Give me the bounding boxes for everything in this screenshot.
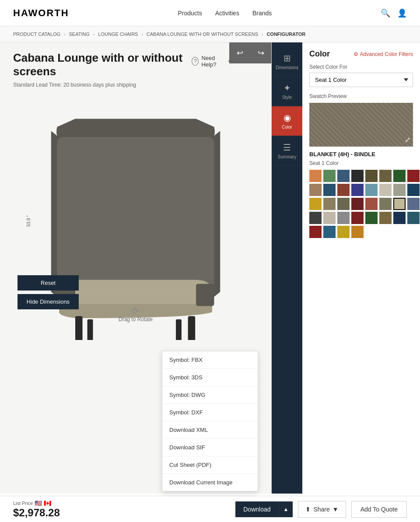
color-icon: ◉ xyxy=(284,112,291,123)
swatch-cell-0[interactable] xyxy=(309,170,322,182)
swatch-preview-label: Swatch Preview xyxy=(309,93,413,99)
add-to-quote-button[interactable]: Add To Quote xyxy=(351,501,407,518)
breadcrumb-cabana[interactable]: CABANA LOUNGE WITH OR WITHOUT SCREENS xyxy=(147,32,258,37)
swatch-cell-19[interactable] xyxy=(351,198,364,210)
nav-brands[interactable]: Brands xyxy=(252,10,272,17)
dropdown-item-7[interactable]: Download Current Image xyxy=(162,474,258,491)
sidebar-nav-style[interactable]: ✦ Style xyxy=(272,77,302,106)
help-icon[interactable]: ? xyxy=(192,57,199,66)
swatch-cell-29[interactable] xyxy=(379,212,392,224)
swatch-cell-13[interactable] xyxy=(379,184,392,196)
sidebar-nav-color[interactable]: ◉ Color xyxy=(272,106,302,136)
redo-button[interactable]: ↪ xyxy=(250,42,271,63)
swatch-cell-17[interactable] xyxy=(323,198,336,210)
download-arrow-button[interactable]: ▲ xyxy=(279,501,293,517)
swatch-cell-33[interactable] xyxy=(323,226,336,238)
swatch-cell-22[interactable] xyxy=(393,198,406,210)
swatch-group-label: Seat 1 Color xyxy=(309,160,413,166)
sidebar-nav: ⊞ Dimensions ✦ Style ◉ Color ☰ Summary xyxy=(272,42,302,494)
product-image-area: 53.9 " xyxy=(13,95,258,349)
swatches-grid xyxy=(309,170,413,238)
header: HAWORTH Products Activities Brands 🔍 👤 xyxy=(0,0,420,26)
help-text: Need Help? xyxy=(201,55,225,68)
share-arrow: ▼ xyxy=(332,506,339,513)
list-price-label: List Price 🇺🇸 🇨🇦 xyxy=(13,500,60,507)
swatch-expand-icon[interactable]: ⤢ xyxy=(405,136,410,144)
dropdown-item-3[interactable]: Symbol: DXF xyxy=(162,404,258,421)
nav-products[interactable]: Products xyxy=(178,10,202,17)
breadcrumb-sep-1: › xyxy=(64,32,65,37)
swatch-cell-4[interactable] xyxy=(365,170,378,182)
breadcrumb-sep-3: › xyxy=(141,32,143,37)
share-button[interactable]: ⬆ Share ▼ xyxy=(298,501,346,518)
breadcrumb-seating[interactable]: SEATING xyxy=(69,32,90,37)
dropdown-item-1[interactable]: Symbol: 3DS xyxy=(162,369,258,386)
swatch-cell-28[interactable] xyxy=(365,212,378,224)
swatch-cell-11[interactable] xyxy=(351,184,364,196)
svg-rect-0 xyxy=(57,137,214,302)
dropdown-item-4[interactable]: Download XML xyxy=(162,421,258,439)
swatch-cell-16[interactable] xyxy=(309,198,322,210)
flag-icons: 🇺🇸 🇨🇦 xyxy=(35,500,51,507)
drag-label: Drag to Rotate xyxy=(119,316,153,322)
undo-button[interactable]: ↩ xyxy=(229,42,250,63)
swatch-cell-20[interactable] xyxy=(365,198,378,210)
sidebar-nav-summary[interactable]: ☰ Summary xyxy=(272,136,302,166)
dropdown-item-2[interactable]: Symbol: DWG xyxy=(162,386,258,404)
style-icon: ✦ xyxy=(284,83,291,93)
swatch-cell-25[interactable] xyxy=(323,212,336,224)
swatch-cell-9[interactable] xyxy=(323,184,336,196)
svg-rect-4 xyxy=(188,316,196,340)
header-icons: 🔍 👤 xyxy=(381,8,407,18)
swatch-cell-34[interactable] xyxy=(337,226,350,238)
breadcrumb-product-catalog[interactable]: PRODUCT CATALOG xyxy=(13,32,60,37)
swatch-cell-8[interactable] xyxy=(309,184,322,196)
swatch-cell-18[interactable] xyxy=(337,198,350,210)
sidebar-nav-dimensions[interactable]: ⊞ Dimensions xyxy=(272,47,302,77)
swatch-cell-2[interactable] xyxy=(337,170,350,182)
swatch-cell-32[interactable] xyxy=(309,226,322,238)
swatch-cell-5[interactable] xyxy=(379,170,392,182)
reset-button[interactable]: Reset xyxy=(18,275,79,291)
swatch-cell-30[interactable] xyxy=(393,212,406,224)
price-value: $2,978.28 xyxy=(13,507,60,519)
help-row: ? Need Help? ▼ xyxy=(192,55,232,68)
hide-dimensions-button[interactable]: Hide Dimensions xyxy=(18,294,79,309)
swatch-cell-27[interactable] xyxy=(351,212,364,224)
swatch-cell-23[interactable] xyxy=(407,198,420,210)
color-select[interactable]: Seat 1 Color Back Color Frame Color xyxy=(309,73,413,87)
swatch-cell-3[interactable] xyxy=(351,170,364,182)
action-buttons: Reset Hide Dimensions xyxy=(18,275,79,309)
swatch-cell-15[interactable] xyxy=(407,184,420,196)
swatch-cell-12[interactable] xyxy=(365,184,378,196)
download-button[interactable]: Download xyxy=(235,501,278,517)
dimension-side-label: 53.9 " xyxy=(26,209,31,227)
swatch-cell-7[interactable] xyxy=(407,170,420,182)
swatch-cell-10[interactable] xyxy=(337,184,350,196)
breadcrumb-configurator[interactable]: CONFIGURATOR xyxy=(266,32,305,37)
nav-activities[interactable]: Activities xyxy=(215,10,239,17)
swatch-cell-24[interactable] xyxy=(309,212,322,224)
swatch-cell-1[interactable] xyxy=(323,170,336,182)
user-icon[interactable]: 👤 xyxy=(397,8,407,18)
main-nav: Products Activities Brands xyxy=(178,10,272,17)
swatch-cell-31[interactable] xyxy=(407,212,420,224)
swatch-cell-21[interactable] xyxy=(379,198,392,210)
dropdown-item-0[interactable]: Symbol: FBX xyxy=(162,351,258,369)
sidebar: ⊞ Dimensions ✦ Style ◉ Color ☰ Summary C… xyxy=(271,42,420,494)
swatch-cell-26[interactable] xyxy=(337,212,350,224)
search-icon[interactable]: 🔍 xyxy=(381,8,390,18)
dropdown-item-5[interactable]: Download SIF xyxy=(162,439,258,456)
swatch-cell-14[interactable] xyxy=(393,184,406,196)
summary-label: Summary xyxy=(278,154,297,159)
swatch-name: BLANKET (4H) - BINDLE xyxy=(309,151,413,158)
swatch-cell-6[interactable] xyxy=(393,170,406,182)
advanced-filter-button[interactable]: ⚙ Advanced Color Filters xyxy=(354,51,413,57)
bottom-bar: List Price 🇺🇸 🇨🇦 $2,978.28 Download ▲ ⬆ … xyxy=(0,496,420,522)
dropdown-item-6[interactable]: Cut Sheet (PDF) xyxy=(162,456,258,474)
breadcrumb-lounge-chairs[interactable]: LOUNGE CHAIRS xyxy=(98,32,138,37)
swatch-cell-35[interactable] xyxy=(351,226,364,238)
undo-redo-controls: ↩ ↪ xyxy=(229,42,271,63)
lead-time: Standard Lead Time: 20 business days plu… xyxy=(13,82,192,88)
svg-rect-6 xyxy=(176,319,182,340)
